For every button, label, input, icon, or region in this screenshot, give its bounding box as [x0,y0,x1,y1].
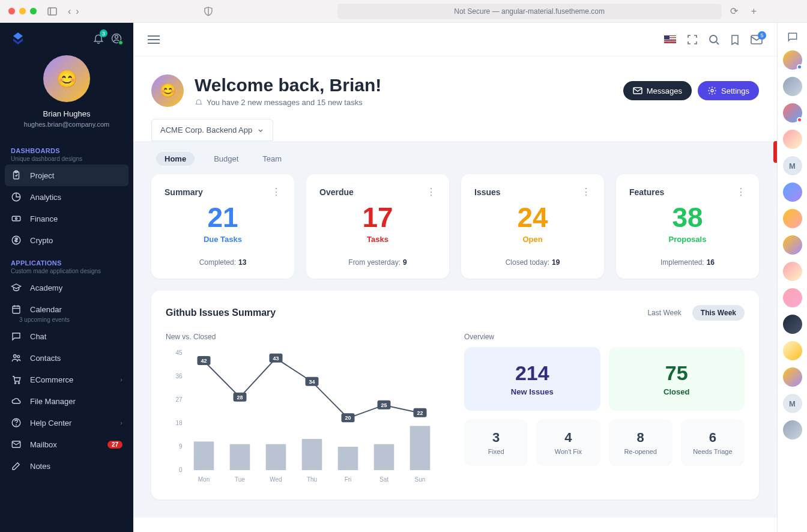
svg-text:20: 20 [345,415,351,421]
svg-point-17 [14,382,16,384]
nav-label: Mailbox [30,440,57,449]
contact-avatar[interactable] [783,367,802,387]
right-rail: M M [777,23,807,532]
contact-avatar[interactable] [783,315,802,334]
nav-label: Project [30,171,54,180]
chevron-right-icon: › [120,419,122,426]
contact-avatar[interactable] [783,262,802,281]
avatar[interactable]: 😊 [43,55,90,102]
sidebar-item-analytics[interactable]: Analytics [0,186,133,208]
search-icon[interactable] [709,34,719,45]
sidebar-item-project[interactable]: Project [5,165,128,186]
contact-avatar[interactable] [783,50,802,70]
sidebar-item-academy[interactable]: Academy [0,277,133,298]
bookmark-icon[interactable] [730,34,740,45]
sidebar-item-chat[interactable]: Chat [0,325,133,347]
profile: 😊 Brian Hughes hughes.brian@company.com [0,52,133,135]
card-menu-icon[interactable]: ⋮ [271,186,281,198]
chart-icon [11,192,22,202]
cart-icon [11,374,22,385]
sidebar-item-crypto[interactable]: Crypto [0,229,133,251]
card-menu-icon[interactable]: ⋮ [581,186,591,198]
contact-avatar[interactable] [783,341,802,360]
card-footer: Closed today:19 [474,258,591,267]
overview-won-t-fix: 4Won't Fix [536,419,600,466]
nav: DASHBOARDSUnique dashboard designsProjec… [0,135,133,480]
nav-label: ECommerce [30,375,73,384]
contact-avatar[interactable] [783,183,802,202]
contact-avatar[interactable] [783,235,802,255]
contact-avatar[interactable] [783,420,802,440]
theme-settings-fab[interactable] [773,141,777,163]
sidebar-item-file-manager[interactable]: File Manager [0,390,133,412]
svg-text:42: 42 [201,358,207,364]
maximize-window[interactable] [30,8,37,14]
svg-rect-39 [230,444,250,470]
contact-avatar[interactable] [783,130,802,149]
svg-text:Sun: Sun [415,476,426,483]
fullscreen-icon[interactable] [687,34,698,45]
tab-team[interactable]: Team [258,152,286,166]
chevron-right-icon: › [120,376,122,383]
user-status-icon[interactable] [110,32,122,44]
nav-section-sub: Custom made application designs [11,268,122,274]
nav-label: Calendar [30,305,62,314]
sidebar-item-ecommerce[interactable]: ECommerce› [0,369,133,390]
cloud-icon [11,396,22,407]
chat-panel-icon[interactable] [787,31,799,43]
calendar-icon [11,304,22,315]
svg-point-30 [711,89,713,92]
card-title: Summary [165,187,203,197]
contact-avatar[interactable] [783,288,802,307]
card-menu-icon[interactable]: ⋮ [736,186,746,198]
sidebar-item-finance[interactable]: Finance [0,208,133,229]
address-bar[interactable]: Not Secure — angular-material.fusetheme.… [337,4,722,19]
settings-button[interactable]: Settings [698,81,759,100]
card-label: Tasks [319,235,436,244]
nav-label: File Manager [30,397,76,406]
card-footer: Completed:13 [165,258,281,267]
back-icon[interactable]: ‹ [68,6,71,17]
messages-button[interactable]: Messages [623,81,692,100]
card-menu-icon[interactable]: ⋮ [426,186,436,198]
svg-text:45: 45 [175,349,183,356]
tab-home[interactable]: Home [156,152,195,166]
contact-avatar[interactable] [783,77,802,96]
sidebar-toggle-icon[interactable] [47,7,57,16]
overview-title: Overview [464,333,745,341]
contact-avatar[interactable]: M [783,394,802,413]
cash-icon [11,213,22,224]
contact-avatar[interactable] [783,103,802,122]
new-tab-icon[interactable]: + [751,6,757,17]
mail-icon[interactable]: 5 [751,35,763,44]
sidebar-item-notes[interactable]: Notes [0,455,133,477]
sidebar-item-mailbox[interactable]: Mailbox27 [0,434,133,455]
sidebar-item-help-center[interactable]: Help Center› [0,412,133,434]
forward-icon[interactable]: › [76,6,79,17]
contact-avatar[interactable] [783,209,802,228]
overview-closed: 75 Closed [609,347,745,411]
tab-budget[interactable]: Budget [209,152,243,166]
sidebar-item-contacts[interactable]: Contacts [0,347,133,369]
menu-icon[interactable] [148,35,160,44]
sidebar-item-calendar[interactable]: Calendar [0,298,133,320]
card-title: Features [629,187,664,197]
contact-avatar[interactable]: M [783,156,802,175]
stat-card-features: Features⋮ 38 Proposals Implemented:16 [616,174,759,279]
reload-icon[interactable]: ⟳ [730,5,738,17]
this-week-btn[interactable]: This Week [692,305,745,321]
last-week-btn[interactable]: Last Week [639,305,689,321]
notifications-icon[interactable]: 3 [92,32,104,44]
card-number: 17 [319,204,436,231]
nav-label: Help Center [30,419,71,428]
svg-text:25: 25 [381,402,387,408]
mail-badge: 5 [758,31,766,40]
language-flag[interactable] [664,35,676,44]
shield-icon[interactable] [204,7,213,16]
nav-label: Chat [30,332,46,341]
project-select[interactable]: ACME Corp. Backend App [151,119,273,141]
minimize-window[interactable] [19,8,26,14]
close-window[interactable] [8,8,15,14]
svg-text:36: 36 [175,373,183,379]
main: 5 😊 Welcome back, Brian! You have 2 new … [133,23,777,532]
